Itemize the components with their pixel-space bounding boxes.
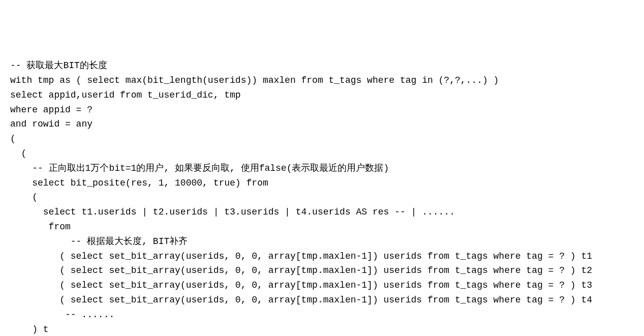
code-line: ( <box>10 148 26 159</box>
code-line: ) t <box>10 324 49 334</box>
code-line: -- 根据最大长度, BIT补齐 <box>10 236 188 247</box>
code-line: ( <box>10 192 38 202</box>
code-line: ( select set_bit_array(userids, 0, 0, ar… <box>10 295 598 305</box>
code-line: ( <box>10 134 16 144</box>
code-line: from <box>10 222 71 232</box>
code-line: -- 获取最大BIT的长度 <box>10 60 107 71</box>
code-line: -- ...... <box>10 310 114 320</box>
code-line: ( select set_bit_array(userids, 0, 0, ar… <box>10 265 598 276</box>
code-line: -- 正向取出1万个bit=1的用户, 如果要反向取, 使用false(表示取最… <box>10 163 389 173</box>
code-line: ( select set_bit_array(userids, 0, 0, ar… <box>10 280 598 290</box>
code-line: select bit_posite(res, 1, 10000, true) f… <box>10 178 268 188</box>
code-line: select appid,userid from t_userid_dic, t… <box>10 90 241 100</box>
code-line: where appid = ? <box>10 105 93 115</box>
code-line: with tmp as ( select max(bit_length(user… <box>10 75 499 85</box>
code-line: select t1.userids | t2.userids | t3.user… <box>10 207 455 217</box>
code-block: -- 获取最大BIT的长度 with tmp as ( select max(b… <box>10 58 634 336</box>
code-line: and rowid = any <box>10 119 98 129</box>
code-line: ( select set_bit_array(userids, 0, 0, ar… <box>10 251 598 261</box>
